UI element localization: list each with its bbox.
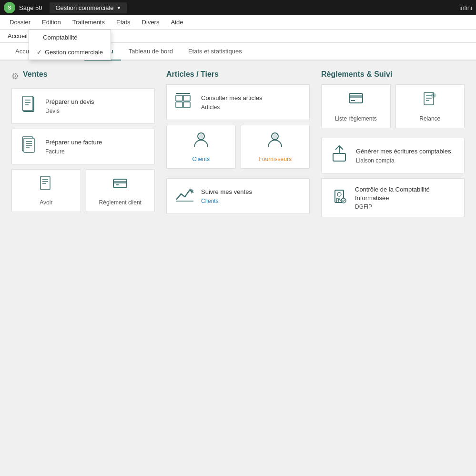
fournisseurs-card[interactable]: Fournisseurs: [241, 125, 310, 169]
svg-rect-26: [176, 102, 182, 108]
devis-icon: [20, 95, 39, 117]
suivre-sublabel: Clients: [201, 198, 252, 204]
facture-icon: [20, 136, 39, 157]
devis-sublabel: Devis: [45, 108, 94, 114]
user-label: infini: [459, 4, 472, 11]
menu-bar: Dossier Edition Comptabilité ✓ Gestion c…: [0, 15, 476, 30]
menu-divers[interactable]: Divers: [136, 16, 165, 29]
edition-dropdown: Comptabilité ✓ Gestion commerciale: [29, 30, 111, 60]
relance-card[interactable]: Relance: [395, 84, 465, 128]
suivre-ventes-card[interactable]: Suivre mes ventes Clients: [166, 178, 310, 214]
svg-rect-23: [113, 181, 127, 183]
facture-card[interactable]: Préparer une facture Facture: [11, 129, 155, 164]
dgfip-icon: [329, 187, 348, 209]
articles-main-label: Consulter mes articles: [201, 94, 263, 102]
clients-icon: [192, 131, 210, 152]
ventes-column: ⚙ Ventes: [11, 70, 155, 222]
svg-point-31: [199, 134, 203, 139]
reglement-client-card[interactable]: Règlement client: [86, 169, 155, 212]
settings-icon[interactable]: ⚙: [11, 71, 19, 81]
menu-etats[interactable]: Etats: [111, 16, 136, 29]
clients-sublabel: Clients: [192, 156, 210, 162]
reglements-column: Règlements & Suivi Liste règlements: [321, 70, 465, 222]
dgfip-label: Contrôle de la Comptabilité Informatisée: [355, 185, 456, 203]
liaison-label: Générer mes écritures comptables: [356, 147, 451, 156]
ventes-title: Ventes: [23, 70, 48, 79]
liaison-sublabel: Liaison compta: [356, 157, 451, 164]
suivre-label: Suivre mes ventes: [201, 188, 252, 196]
svg-rect-45: [333, 153, 345, 161]
menu-aide[interactable]: Aide: [165, 16, 189, 29]
tab-tableau-de-bord[interactable]: Tableau de bord: [121, 43, 181, 61]
module-arrow-icon: ▼: [117, 5, 122, 10]
avoir-sublabel: Avoir: [40, 199, 52, 206]
menu-edition[interactable]: Edition: [36, 16, 67, 29]
devis-label: Préparer un devis: [45, 98, 94, 106]
reglement-client-icon: [112, 175, 128, 195]
devis-card[interactable]: Préparer un devis Devis: [11, 88, 155, 124]
svg-rect-25: [176, 95, 182, 101]
articles-column: Articles / Tiers Consulter mes articles …: [166, 70, 310, 222]
comptabilite-check: [37, 34, 40, 41]
dropdown-item-comptabilite[interactable]: Comptabilité: [29, 30, 111, 45]
dgfip-card[interactable]: Contrôle de la Comptabilité Informatisée…: [321, 178, 465, 217]
articles-sublabel: Articles: [201, 104, 263, 111]
liste-reglements-card[interactable]: Liste règlements: [321, 84, 391, 128]
articles-title: Articles / Tiers: [166, 70, 310, 79]
tab-etats-statistiques[interactable]: Etats et statistiques: [181, 43, 250, 61]
svg-rect-37: [349, 95, 363, 98]
avoir-card[interactable]: Avoir: [11, 169, 81, 212]
dgfip-sublabel: DGFiP: [355, 203, 456, 210]
relance-icon: [421, 91, 438, 111]
app-logo: S: [4, 2, 15, 13]
reglements-top-row: Liste règlements Relance: [321, 84, 465, 133]
liste-reglements-sublabel: Liste règlements: [335, 115, 377, 122]
liste-reglements-icon: [347, 91, 365, 111]
app-title: Sage 50: [19, 4, 42, 11]
facture-sublabel: Facture: [45, 148, 102, 155]
svg-rect-28: [183, 102, 190, 108]
articles-icon: [174, 91, 194, 113]
relance-sublabel: Relance: [419, 115, 440, 122]
avoir-icon: [38, 175, 54, 195]
menu-dossier[interactable]: Dossier: [4, 16, 36, 29]
ventes-bottom-row: Avoir Règlement client: [11, 169, 155, 217]
reglement-client-sublabel: Règlement client: [99, 199, 142, 206]
facture-label: Préparer une facture: [45, 138, 102, 147]
fournisseurs-sublabel: Fournisseurs: [259, 156, 292, 162]
module-button[interactable]: Gestion commerciale ▼: [50, 2, 127, 13]
svg-point-33: [273, 134, 277, 139]
menu-traitements[interactable]: Traitements: [67, 16, 111, 29]
svg-rect-27: [183, 95, 190, 101]
dropdown-item-gestion-commerciale[interactable]: ✓ Gestion commerciale: [29, 45, 111, 60]
reglements-title: Règlements & Suivi: [321, 70, 465, 79]
articles-card[interactable]: Consulter mes articles Articles: [166, 84, 310, 120]
liaison-compta-card[interactable]: Générer mes écritures comptables Liaison…: [321, 138, 465, 173]
main-content: ⚙ Ventes: [0, 61, 476, 442]
suivre-ventes-icon: [174, 185, 194, 207]
gestion-check-icon: ✓: [37, 49, 42, 56]
clients-fournisseurs-row: Clients Fournisseurs: [166, 125, 310, 173]
svg-rect-18: [41, 176, 50, 190]
clients-card[interactable]: Clients: [166, 125, 236, 169]
accueil-label: Accueil: [8, 32, 28, 40]
top-bar: S Sage 50 Gestion commerciale ▼ infini: [0, 0, 476, 15]
svg-point-48: [337, 192, 341, 196]
svg-rect-4: [22, 96, 33, 111]
fournisseurs-icon: [266, 131, 284, 152]
liaison-compta-icon: [329, 145, 349, 166]
module-label: Gestion commerciale: [55, 4, 113, 11]
